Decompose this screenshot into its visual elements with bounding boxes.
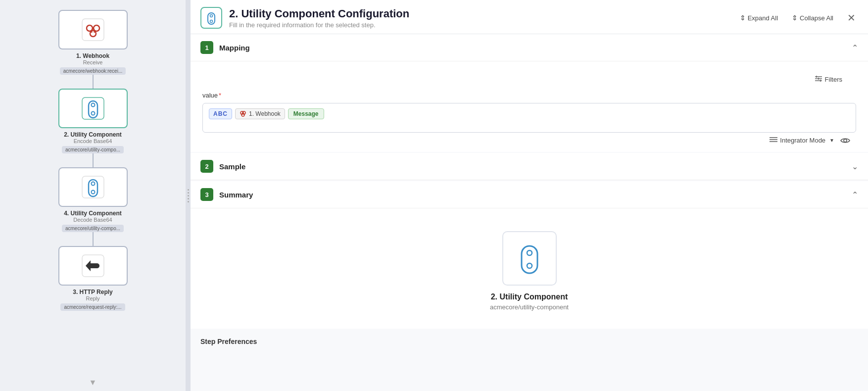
panel-title: 2. Utility Component Configuration bbox=[229, 7, 737, 20]
scroll-arrow-down: ▼ bbox=[89, 378, 97, 387]
section-mapping-header[interactable]: 1 Mapping ⌃ bbox=[191, 34, 868, 61]
summary-component-name: 2. Utility Component bbox=[491, 293, 568, 301]
collapse-chevron-icon: ⇕ bbox=[792, 14, 798, 22]
field-label-text: value bbox=[202, 92, 218, 99]
section-body-mapping: Filters value* ABC bbox=[191, 61, 868, 152]
node-box-reply[interactable] bbox=[58, 246, 128, 286]
svg-point-30 bbox=[527, 263, 532, 268]
expand-all-label: Expand All bbox=[748, 14, 778, 22]
panel-header-text: 2. Utility Component Configuration Fill … bbox=[229, 7, 737, 29]
pipeline-sidebar: 1. Webhook Receive acmecore/webhook:rece… bbox=[0, 0, 186, 391]
eye-button[interactable] bbox=[840, 137, 850, 144]
node-label-utility-2: 2. Utility Component bbox=[64, 131, 122, 138]
section-number-2: 2 bbox=[200, 160, 213, 173]
expand-chevron-icon: ⇕ bbox=[740, 14, 746, 22]
node-sublabel-reply: Reply bbox=[86, 295, 99, 301]
panel-subtitle: Fill in the required information for the… bbox=[229, 21, 737, 29]
webhook-icon bbox=[78, 15, 108, 45]
integrator-mode-button[interactable]: Integrator Mode ▼ bbox=[770, 137, 834, 144]
main-panel: 2. Utility Component Configuration Fill … bbox=[191, 0, 868, 391]
resize-handle-dots bbox=[188, 189, 189, 202]
filters-button[interactable]: Filters bbox=[811, 73, 846, 86]
step-preferences-label: Step Preferences bbox=[191, 330, 868, 345]
integrator-mode-chevron: ▼ bbox=[829, 138, 834, 143]
panel-header-actions: ⇕ Expand All ⇕ Collapse All ✕ bbox=[737, 11, 858, 25]
section-chevron-summary: ⌃ bbox=[852, 190, 858, 199]
connector-line-3 bbox=[93, 232, 94, 246]
value-field: value* ABC 1. Webhook bbox=[202, 92, 856, 133]
section-body-summary: 2. Utility Component acmecore/utility-co… bbox=[191, 208, 868, 329]
node-tag-utility-2: acmecore/utility-compo... bbox=[62, 146, 124, 153]
section-chevron-sample: ⌄ bbox=[852, 162, 858, 171]
section-summary-header[interactable]: 3 Summary ⌃ bbox=[191, 181, 868, 208]
close-button[interactable]: ✕ bbox=[844, 11, 858, 25]
panel-header: 2. Utility Component Configuration Fill … bbox=[191, 0, 868, 34]
utility-icon-4 bbox=[78, 172, 108, 202]
collapse-all-button[interactable]: ⇕ Collapse All bbox=[789, 12, 836, 24]
filters-row: Filters bbox=[202, 69, 856, 86]
section-mapping: 1 Mapping ⌃ bbox=[191, 34, 868, 152]
svg-point-14 bbox=[210, 15, 213, 17]
section-number-1: 1 bbox=[200, 41, 213, 54]
node-sublabel-webhook: Receive bbox=[83, 59, 103, 65]
reply-icon bbox=[78, 251, 108, 281]
value-tags: ABC 1. Webhook Message bbox=[209, 108, 850, 119]
section-number-3: 3 bbox=[200, 188, 213, 201]
svg-point-15 bbox=[210, 20, 213, 23]
expand-all-button[interactable]: ⇕ Expand All bbox=[737, 12, 781, 24]
collapse-all-label: Collapse All bbox=[800, 14, 833, 22]
node-box-webhook[interactable] bbox=[58, 10, 128, 49]
panel-content: 1 Mapping ⌃ bbox=[191, 34, 868, 391]
node-sublabel-utility-4: Decode Base64 bbox=[73, 217, 112, 223]
tag-message: Message bbox=[288, 108, 324, 119]
filters-icon bbox=[815, 75, 822, 84]
tag-abc: ABC bbox=[209, 108, 232, 119]
connector-line-1 bbox=[93, 75, 94, 89]
tag-webhook: 1. Webhook bbox=[235, 108, 285, 119]
section-chevron-mapping: ⌃ bbox=[852, 43, 858, 52]
required-star: * bbox=[219, 92, 221, 99]
summary-component-tag: acmecore/utility-component bbox=[490, 303, 569, 311]
integrator-mode-icon bbox=[770, 137, 777, 144]
node-tag-utility-4: acmecore/utility-compo... bbox=[62, 225, 124, 232]
section-title-sample: Sample bbox=[219, 162, 852, 171]
pipeline-node-reply[interactable]: 3. HTTP Reply Reply acmecore/request-rep… bbox=[58, 246, 128, 311]
pipeline-node-utility-2[interactable]: 2. Utility Component Encode Base64 acmec… bbox=[58, 89, 128, 153]
section-title-summary: Summary bbox=[219, 191, 852, 199]
node-tag-reply: acmecore/request-reply:... bbox=[60, 303, 125, 311]
webhook-tag-label: 1. Webhook bbox=[249, 110, 281, 117]
summary-icon-box bbox=[502, 231, 557, 286]
section-sample-header[interactable]: 2 Sample ⌄ bbox=[191, 153, 868, 180]
section-summary: 3 Summary ⌃ 2. Utility Component acmecor… bbox=[191, 181, 868, 329]
node-box-utility-4[interactable] bbox=[58, 167, 128, 207]
filters-label: Filters bbox=[825, 76, 842, 83]
connector-line-2 bbox=[93, 153, 94, 167]
utility-icon-2 bbox=[78, 94, 108, 123]
svg-point-29 bbox=[527, 250, 532, 255]
node-box-utility-2[interactable] bbox=[58, 89, 128, 128]
svg-point-28 bbox=[844, 139, 847, 142]
panel-header-icon bbox=[200, 7, 222, 29]
node-sublabel-utility-2: Encode Base64 bbox=[74, 138, 112, 144]
node-label-reply: 3. HTTP Reply bbox=[73, 289, 112, 295]
section-sample: 2 Sample ⌄ bbox=[191, 153, 868, 180]
node-label-webhook: 1. Webhook bbox=[76, 52, 109, 59]
integrator-mode-label: Integrator Mode bbox=[780, 137, 825, 144]
pipeline-node-utility-4[interactable]: 4. Utility Component Decode Base64 acmec… bbox=[58, 167, 128, 232]
integrator-mode-row: Integrator Mode ▼ bbox=[202, 133, 856, 144]
value-field-label: value* bbox=[202, 92, 856, 99]
pipeline-node-webhook[interactable]: 1. Webhook Receive acmecore/webhook:rece… bbox=[58, 10, 128, 75]
resize-handle[interactable] bbox=[186, 0, 191, 391]
node-tag-webhook: acmecore/webhook:recei... bbox=[60, 67, 126, 75]
summary-body: 2. Utility Component acmecore/utility-co… bbox=[202, 216, 856, 321]
node-label-utility-4: 4. Utility Component bbox=[64, 210, 122, 217]
section-title-mapping: Mapping bbox=[219, 44, 852, 52]
value-input-area[interactable]: ABC 1. Webhook Message bbox=[202, 103, 856, 133]
